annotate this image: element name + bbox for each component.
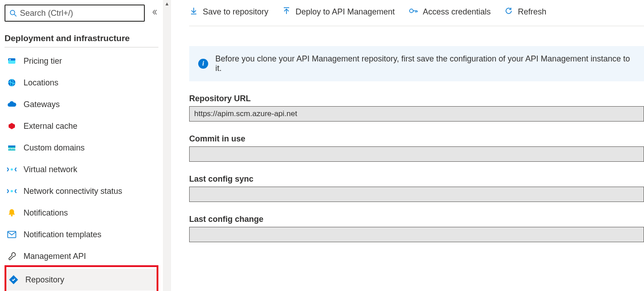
svg-line-1: [14, 14, 17, 17]
last-sync-input[interactable]: [189, 187, 644, 202]
svg-point-0: [10, 10, 15, 15]
sidebar-item-external-cache[interactable]: External cache: [5, 115, 158, 137]
sidebar-item-repository[interactable]: Repository: [6, 269, 157, 291]
sidebar-item-gateways[interactable]: Gateways: [5, 94, 158, 115]
vnet-icon: [6, 164, 17, 175]
field-last-config-sync: Last config sync: [189, 174, 644, 202]
sidebar-item-label: Gateways: [24, 100, 60, 109]
sidebar-scrollbar[interactable]: ▲: [163, 0, 171, 291]
svg-rect-13: [8, 231, 16, 238]
sidebar-item-locations[interactable]: Locations: [5, 72, 158, 94]
sidebar-item-label: Repository: [25, 275, 64, 285]
wrench-icon: [6, 251, 17, 262]
svg-point-12: [11, 215, 13, 216]
sidebar-section-heading: Deployment and infrastructure: [5, 33, 158, 47]
refresh-button[interactable]: Refresh: [504, 6, 546, 18]
field-repository-url: Repository URL: [189, 94, 644, 122]
sidebar-item-custom-domains[interactable]: WWW Custom domains: [5, 137, 158, 159]
info-icon: i: [198, 59, 208, 69]
field-label: Last config change: [189, 215, 644, 224]
sidebar-item-management-api[interactable]: Management API: [5, 245, 158, 267]
key-icon: [408, 6, 418, 18]
globe-icon: [6, 77, 17, 88]
button-label: Refresh: [518, 7, 546, 17]
sidebar-nav: Pricing tier Locations Gateways External…: [5, 50, 158, 291]
info-banner-text: Before you clone your API Management rep…: [215, 54, 635, 73]
pricing-tier-icon: [6, 56, 17, 66]
upload-icon: [282, 6, 291, 18]
sidebar-item-label: Notification templates: [24, 230, 101, 239]
scroll-up-icon[interactable]: ▲: [163, 1, 171, 6]
search-box[interactable]: [5, 5, 145, 22]
field-label: Commit in use: [189, 134, 644, 144]
sidebar-item-label: Network connectivity status: [24, 187, 122, 196]
mail-icon: [6, 229, 17, 240]
sidebar: Deployment and infrastructure Pricing ti…: [0, 0, 163, 291]
last-change-input[interactable]: [189, 227, 644, 242]
connectivity-icon: [6, 186, 17, 197]
button-label: Deploy to API Management: [296, 7, 395, 17]
highlight-annotation: Repository: [5, 265, 158, 291]
sidebar-item-notifications[interactable]: Notifications: [5, 202, 158, 224]
search-wrapper: [5, 5, 158, 22]
button-label: Save to repository: [203, 7, 268, 17]
sidebar-item-label: Virtual network: [24, 165, 77, 174]
svg-rect-8: [8, 146, 15, 147]
svg-point-10: [11, 169, 13, 171]
sidebar-item-virtual-network[interactable]: Virtual network: [5, 159, 158, 180]
cloud-icon: [6, 99, 17, 110]
sidebar-item-network-connectivity[interactable]: Network connectivity status: [5, 180, 158, 202]
save-to-repository-button[interactable]: Save to repository: [189, 6, 268, 18]
field-label: Last config sync: [189, 174, 644, 184]
sidebar-item-label: Locations: [24, 78, 58, 88]
svg-point-4: [10, 59, 11, 61]
info-banner: i Before you clone your API Management r…: [189, 46, 644, 81]
sidebar-item-label: Custom domains: [24, 143, 85, 153]
button-label: Access credentials: [423, 7, 491, 17]
svg-point-11: [11, 190, 13, 192]
sidebar-item-notification-templates[interactable]: Notification templates: [5, 224, 158, 245]
access-credentials-button[interactable]: Access credentials: [408, 6, 491, 18]
field-last-config-change: Last config change: [189, 215, 644, 242]
sidebar-item-pricing-tier[interactable]: Pricing tier: [5, 50, 158, 72]
deploy-button[interactable]: Deploy to API Management: [282, 6, 395, 18]
repository-icon: [8, 274, 19, 285]
sidebar-item-label: Notifications: [24, 208, 68, 218]
command-bar: Save to repository Deploy to API Managem…: [189, 4, 644, 26]
svg-rect-3: [8, 58, 15, 61]
field-label: Repository URL: [189, 94, 644, 103]
cache-icon: [6, 121, 17, 131]
sidebar-item-label: External cache: [24, 122, 77, 131]
sidebar-item-label: Management API: [24, 252, 86, 261]
repository-url-input[interactable]: [189, 106, 644, 122]
main-content: Save to repository Deploy to API Managem…: [171, 0, 644, 291]
domain-icon: WWW: [6, 142, 17, 153]
svg-text:WWW: WWW: [8, 147, 16, 150]
refresh-icon: [504, 6, 513, 18]
svg-point-15: [410, 9, 413, 13]
bell-icon: [6, 207, 17, 218]
collapse-sidebar-icon[interactable]: [151, 9, 158, 18]
search-icon: [9, 9, 17, 17]
search-input[interactable]: [20, 9, 140, 18]
field-commit-in-use: Commit in use: [189, 134, 644, 162]
sidebar-item-label: Pricing tier: [24, 56, 62, 66]
commit-input[interactable]: [189, 146, 644, 162]
download-icon: [189, 6, 198, 18]
